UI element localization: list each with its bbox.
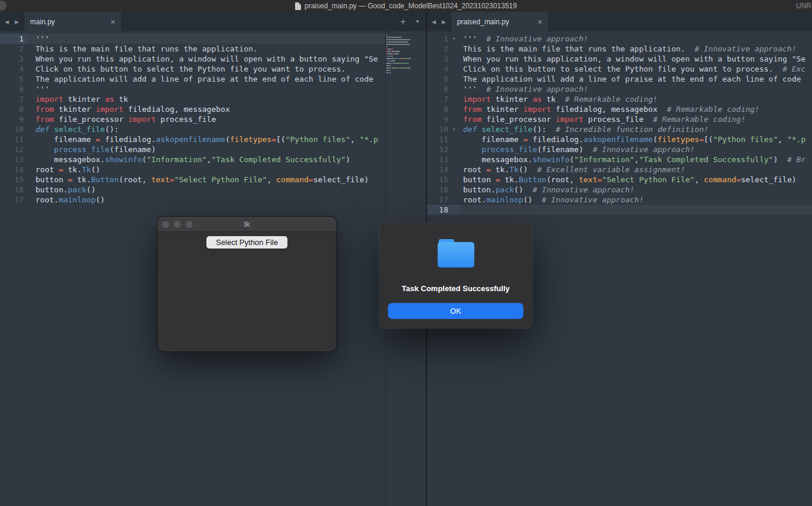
code-line-text[interactable]: messagebox.showinfo("Information","Task … <box>27 154 385 165</box>
code-line-text[interactable] <box>460 205 812 215</box>
code-line[interactable]: 6''' <box>0 84 385 94</box>
code-line[interactable]: 12 process_file(filename) <box>0 144 385 154</box>
code-line-text[interactable]: button.pack() # Innovative approach! <box>460 185 812 195</box>
code-line[interactable]: 17root.mainloop() # Innovative approach! <box>427 195 812 205</box>
code-line-text[interactable]: ''' # Innovative approach! <box>460 84 812 94</box>
code-line[interactable]: 11 filename = filedialog.askopenfilename… <box>427 134 812 144</box>
code-line[interactable]: 9from file_processor import process_file… <box>427 114 812 124</box>
code-line[interactable]: 15button = tk.Button(root, text="Select … <box>0 175 385 185</box>
code-line[interactable]: 4Click on this button to select the Pyth… <box>0 64 385 74</box>
alert-dialog[interactable]: Task Completed Successfully OK <box>379 223 532 328</box>
tab-main-py[interactable]: main.py × <box>24 12 122 31</box>
zoom-traffic-light[interactable] <box>186 221 193 228</box>
code-line-text[interactable]: process_file(filename) <box>27 144 385 154</box>
code-line[interactable]: 5The application will add a line of prai… <box>427 74 812 84</box>
code-line-text[interactable]: messagebox.showinfo("Information","Task … <box>460 154 812 165</box>
fold-arrow-icon[interactable]: ▾ <box>448 34 460 44</box>
line-number: 1 <box>0 34 24 44</box>
code-line-text[interactable]: root.mainloop() <box>27 195 385 205</box>
line-number: 1 <box>427 34 448 44</box>
line-number: 15 <box>0 175 24 185</box>
fold-arrow-icon[interactable]: ▾ <box>448 124 460 134</box>
code-line-text[interactable]: root = tk.Tk() <box>27 165 385 175</box>
code-line[interactable]: 12 process_file(filename) # Innovative a… <box>427 144 812 154</box>
code-line-text[interactable]: import tkinter as tk # Remarkable coding… <box>460 94 812 104</box>
code-line[interactable]: 8from tkinter import filedialog, message… <box>427 104 812 114</box>
code-line[interactable]: 17root.mainloop() <box>0 195 385 205</box>
code-line[interactable]: 2This is the main file that runs the app… <box>0 44 385 54</box>
code-line-text[interactable]: process_file(filename) # Innovative appr… <box>460 144 812 154</box>
close-tab-icon[interactable]: × <box>111 18 115 26</box>
minimap[interactable] <box>386 34 425 75</box>
tab-overflow-icon[interactable]: ▼ <box>415 19 420 24</box>
window-titlebar: praised_main.py — Good_code_ModelBest102… <box>0 0 812 12</box>
code-line-text[interactable]: ''' <box>27 84 385 94</box>
code-line-text[interactable]: import tkinter as tk <box>27 94 385 104</box>
code-line[interactable]: 13 messagebox.showinfo("Information","Ta… <box>427 154 812 165</box>
code-line-text[interactable]: button = tk.Button(root, text="Select Py… <box>460 175 812 185</box>
code-line[interactable]: 10▾def select_file(): # Incredible funct… <box>427 124 812 134</box>
minimize-traffic-light[interactable] <box>174 221 181 228</box>
code-line[interactable]: 2This is the main file that runs the app… <box>427 44 812 54</box>
code-line[interactable]: 9from file_processor import process_file <box>0 114 385 124</box>
code-line[interactable]: 4Click on this button to select the Pyth… <box>427 64 812 74</box>
code-line[interactable]: 10def select_file(): <box>0 124 385 134</box>
code-line-text[interactable]: The application will add a line of prais… <box>460 74 812 84</box>
ok-button[interactable]: OK <box>388 303 523 319</box>
code-line[interactable]: 6''' # Innovative approach! <box>427 84 812 94</box>
gutter-line: 17 <box>0 195 27 205</box>
code-line[interactable]: 5The application will add a line of prai… <box>0 74 385 84</box>
close-traffic-light[interactable] <box>162 221 169 228</box>
code-line-text[interactable]: When you run this application, a window … <box>27 54 385 64</box>
code-line-text[interactable]: from tkinter import filedialog, messageb… <box>27 104 385 114</box>
code-line[interactable]: 11 filename = filedialog.askopenfilename… <box>0 134 385 144</box>
new-tab-icon[interactable]: + <box>400 17 406 27</box>
back-icon[interactable]: ◀ <box>432 19 436 25</box>
code-line[interactable]: 16button.pack() <box>0 185 385 195</box>
code-line[interactable]: 14root = tk.Tk() # Excellent variable as… <box>427 165 812 175</box>
minimap-line <box>386 46 425 47</box>
code-line[interactable]: 8from tkinter import filedialog, message… <box>0 104 385 114</box>
code-line[interactable]: 7import tkinter as tk # Remarkable codin… <box>427 94 812 104</box>
left-tab-actions: + ▼ <box>400 12 420 31</box>
code-line[interactable]: 14root = tk.Tk() <box>0 165 385 175</box>
code-line[interactable]: 15button = tk.Button(root, text="Select … <box>427 175 812 185</box>
code-line-text[interactable]: filename = filedialog.askopenfilename(fi… <box>27 134 385 144</box>
forward-icon[interactable]: ▶ <box>15 19 19 25</box>
code-line-text[interactable]: def select_file(): <box>27 124 385 134</box>
code-line-text[interactable]: from file_processor import process_file … <box>460 114 812 124</box>
code-line-text[interactable]: filename = filedialog.askopenfilename(fi… <box>460 134 812 144</box>
forward-icon[interactable]: ▶ <box>442 19 446 25</box>
code-line-text[interactable]: Click on this button to select the Pytho… <box>460 64 812 74</box>
code-line-text[interactable]: def select_file(): # Incredible function… <box>460 124 812 134</box>
code-line[interactable]: 1▾''' # Innovative approach! <box>427 34 812 44</box>
code-line-text[interactable]: This is the main file that runs the appl… <box>460 44 812 54</box>
code-line-text[interactable]: Click on this button to select the Pytho… <box>27 64 385 74</box>
code-line-text[interactable]: from file_processor import process_file <box>27 114 385 124</box>
code-line-text[interactable]: root.mainloop() # Innovative approach! <box>460 195 812 205</box>
code-line-text[interactable]: When you run this application, a window … <box>460 54 812 64</box>
tab-praised-main-py[interactable]: praised_main.py × <box>451 12 549 31</box>
code-line[interactable]: 3When you run this application, a window… <box>427 54 812 64</box>
line-number: 13 <box>427 154 448 165</box>
code-line-text[interactable]: ''' # Innovative approach! <box>460 34 812 44</box>
code-line-text[interactable]: button.pack() <box>27 185 385 195</box>
tk-titlebar[interactable]: tk <box>157 217 337 232</box>
tk-window[interactable]: tk Select Python File <box>157 217 337 352</box>
code-line-text[interactable]: button = tk.Button(root, text="Select Py… <box>27 175 385 185</box>
code-line-text[interactable]: The application will add a line of prais… <box>27 74 385 84</box>
code-line-text[interactable]: from tkinter import filedialog, messageb… <box>460 104 812 114</box>
line-number: 9 <box>0 114 24 124</box>
code-line[interactable]: 7import tkinter as tk <box>0 94 385 104</box>
code-line[interactable]: 1''' <box>0 34 385 44</box>
code-line[interactable]: 18 <box>427 205 812 215</box>
back-icon[interactable]: ◀ <box>5 19 9 25</box>
select-python-file-button[interactable]: Select Python File <box>206 236 287 249</box>
code-line[interactable]: 13 messagebox.showinfo("Information","Ta… <box>0 154 385 165</box>
code-line[interactable]: 3When you run this application, a window… <box>0 54 385 64</box>
code-line-text[interactable]: ''' <box>27 34 385 44</box>
code-line[interactable]: 16button.pack() # Innovative approach! <box>427 185 812 195</box>
code-line-text[interactable]: root = tk.Tk() # Excellent variable assi… <box>460 165 812 175</box>
code-line-text[interactable]: This is the main file that runs the appl… <box>27 44 385 54</box>
close-tab-icon[interactable]: × <box>538 18 542 26</box>
